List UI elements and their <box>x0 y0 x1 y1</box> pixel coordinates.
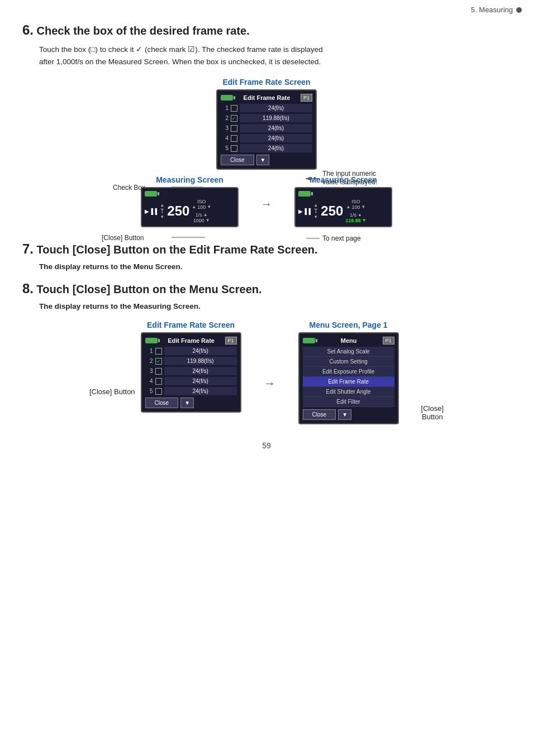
close-label-left-container: [Close] Button <box>89 320 135 396</box>
iso-val-left: 100 <box>197 204 206 210</box>
step7-heading-text: Touch [Close] Button on the Edit Frame R… <box>37 243 318 256</box>
b-next-page-btn[interactable]: ▼ <box>180 398 194 408</box>
close-label-left: [Close] Button <box>89 387 135 396</box>
frame-rate-row-4[interactable]: 4 24(f/s) <box>221 134 312 142</box>
close-label-right: [Close]Button <box>421 404 444 421</box>
battery-icon-mr <box>298 191 311 197</box>
b-rate-4: 24(f/s) <box>164 377 237 385</box>
frac-up-right[interactable]: ▲ <box>358 212 362 218</box>
menu-screen: Menu P1 Set Analog Scale Custom Setting … <box>298 332 399 424</box>
checkbox-5[interactable] <box>231 145 237 152</box>
b-rate-3: 24(f/s) <box>164 367 237 375</box>
b-close-btn[interactable]: Close <box>145 398 179 408</box>
checkbox-4[interactable] <box>231 135 237 142</box>
rate-value-3: 24(f/s) <box>240 124 312 132</box>
b-rate-1: 24(f/s) <box>164 347 237 355</box>
p1-badge-menu: P1 <box>383 337 394 344</box>
menu-item-shutter[interactable]: Edit Shutter Angle <box>303 387 394 397</box>
iso-down-right[interactable]: ▼ <box>361 204 366 210</box>
step7-heading: 7. Touch [Close] Button on the Edit Fram… <box>22 241 511 257</box>
iso-down-left[interactable]: ▼ <box>207 204 211 210</box>
step6-number: 6. <box>22 22 34 37</box>
b-row-2[interactable]: 2 119.88(f/s) <box>145 357 237 365</box>
step8-sub: The display returns to the Measuring Scr… <box>39 302 511 310</box>
down-arrow-t[interactable]: ▼ <box>160 214 164 220</box>
fraction-val-left: 1000 <box>193 218 204 223</box>
edit-frame-rate-label-top: Edit Frame Rate Screen <box>85 78 448 87</box>
menu-next-btn[interactable]: ▼ <box>338 409 351 420</box>
page-number: 59 <box>22 441 511 450</box>
frame-rate-row-2[interactable]: 2 119.88(f/s) <box>221 114 312 122</box>
frame-rate-row-3[interactable]: 3 24(f/s) <box>221 124 312 132</box>
efr-title-bottom: Edit Frame Rate <box>168 337 215 344</box>
frame-rate-row-5[interactable]: 5 24(f/s) <box>221 144 312 152</box>
frac-down-right[interactable]: ▼ <box>362 218 367 223</box>
battery-icon <box>221 95 233 101</box>
b-checkbox-1[interactable] <box>155 348 162 355</box>
b-checkbox-2[interactable] <box>155 358 162 365</box>
iso-up-left[interactable]: ▲ <box>192 204 196 210</box>
menu-item-framerate[interactable]: Edit Frame Rate <box>303 377 394 387</box>
measuring-screen-right: ▶▐▐ ▲ T ▼ 250 ISO <box>294 187 392 227</box>
measuring-right: Measuring Screen ▶▐▐ ▲ T ▼ <box>294 175 392 227</box>
menu-close-btn[interactable]: Close <box>303 409 336 420</box>
menu-title: Menu <box>341 337 357 344</box>
b-row-4[interactable]: 4 24(f/s) <box>145 377 237 385</box>
iso-up-right[interactable]: ▲ <box>346 204 351 210</box>
b-rate-5: 24(f/s) <box>164 387 237 395</box>
b-close-row: Close ▼ <box>145 398 237 408</box>
rate-value-1: 24(f/s) <box>240 104 312 112</box>
checkbox-3[interactable] <box>231 125 237 132</box>
battery-icon-efr-b <box>145 338 158 343</box>
bottom-diagrams-wrapper: [Close] Button Edit Frame Rate Screen Ed… <box>22 320 511 424</box>
step8-number: 8. <box>22 281 34 296</box>
fraction-label-right: 1/s <box>350 212 356 218</box>
b-row-1[interactable]: 1 24(f/s) <box>145 347 237 355</box>
main-content: 6. Check the box of the desired frame ra… <box>0 17 533 472</box>
step7-number: 7. <box>22 241 34 256</box>
up-arrow-t[interactable]: ▲ <box>160 203 164 208</box>
b-row-3[interactable]: 3 24(f/s) <box>145 367 237 375</box>
measuring-screen-left: ▶▐▐ ▲ T ▼ 250 ISO <box>141 187 239 227</box>
step6-heading: 6. Check the box of the desired frame ra… <box>22 22 511 38</box>
next-page-button-top[interactable]: ▼ <box>256 155 270 165</box>
b-checkbox-5[interactable] <box>155 388 162 395</box>
step6-body: Touch the box (□) to check it ✓ (check m… <box>39 44 511 68</box>
step8-heading: 8. Touch [Close] Button on the Menu Scre… <box>22 281 511 296</box>
play-icon-left: ▶▐▐ <box>145 208 157 214</box>
svg-text:[Close] Button: [Close] Button <box>102 234 144 242</box>
b-checkbox-4[interactable] <box>155 378 162 385</box>
bottom-efr-screen: Edit Frame Rate P1 1 24(f/s) 2 119.88(f/… <box>141 332 241 413</box>
step6-heading-text: Check the box of the desired frame rate. <box>37 25 250 37</box>
play-icon-right: ▶▐▐ <box>298 208 311 214</box>
iso-label-left: ISO <box>197 199 206 204</box>
close-label-right-container: [Close]Button <box>421 320 444 421</box>
screen-title: Edit Frame Rate <box>244 94 291 101</box>
step6-section: 6. Check the box of the desired frame ra… <box>22 22 511 227</box>
bottom-edit-frame-rate-container: Edit Frame Rate Screen Edit Frame Rate P… <box>141 320 241 413</box>
menu-item-analog[interactable]: Set Analog Scale <box>303 347 394 357</box>
bottom-diagrams: [Close] Button Edit Frame Rate Screen Ed… <box>22 320 511 424</box>
up-arrow-t-r[interactable]: ▲ <box>313 203 318 208</box>
frac-down-left[interactable]: ▼ <box>206 218 210 223</box>
frac-up-left[interactable]: ▲ <box>203 212 208 218</box>
measuring-screens-top: Measuring Screen ▶▐▐ ▲ T ▼ <box>85 175 448 227</box>
menu-item-exposure[interactable]: Edit Exposure Profile <box>303 367 394 377</box>
menu-item-filter[interactable]: Edit Filter <box>303 397 394 407</box>
menu-close-row: Close ▼ <box>303 409 394 420</box>
step7-sub: The display returns to the Menu Screen. <box>39 262 511 271</box>
checkbox-2[interactable] <box>231 115 237 122</box>
frame-rate-row-1[interactable]: 1 24(f/s) <box>221 104 312 112</box>
b-row-5[interactable]: 5 24(f/s) <box>145 387 237 395</box>
checkbox-1[interactable] <box>231 105 237 112</box>
menu-item-custom[interactable]: Custom Setting <box>303 357 394 367</box>
battery-icon-menu <box>303 338 315 343</box>
close-button-top[interactable]: Close <box>221 155 254 165</box>
section-label: 5. Measuring <box>471 6 513 14</box>
iso-val-right: 100 <box>352 204 360 210</box>
b-checkbox-3[interactable] <box>155 368 162 375</box>
edit-frame-rate-screen-top: Edit Frame Rate P1 1 24(f/s) 2 <box>216 89 317 170</box>
down-arrow-t-r[interactable]: ▼ <box>313 214 318 220</box>
page-header: 5. Measuring <box>0 0 533 17</box>
screen-top-bar: Edit Frame Rate P1 <box>221 94 312 102</box>
